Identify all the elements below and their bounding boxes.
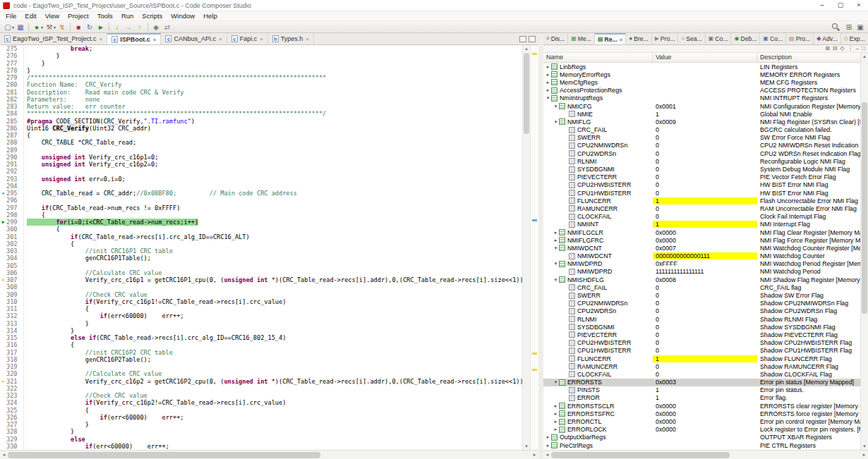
register-row[interactable]: CPU2HWBISTERR0HW BIST Error NMI Flag xyxy=(543,181,860,189)
register-row[interactable]: CPU2NMIWDRSn0CPU2 NMIWDRSn Reset Indicat… xyxy=(543,142,860,149)
line-number[interactable]: 321 xyxy=(6,378,24,385)
scroll-left-icon[interactable]: ◄ xyxy=(0,453,8,457)
menu-tools[interactable]: Tools xyxy=(93,12,117,20)
tab-advice[interactable]: ◆Adv... xyxy=(814,33,841,44)
line-number[interactable]: 318 xyxy=(6,356,24,363)
register-row[interactable]: FLUNCERR1Flash Uncorrectable Error NMI F… xyxy=(543,197,860,204)
register-row[interactable]: SWERR0Shadow SW Error Flag xyxy=(543,291,860,299)
code-text[interactable]: if(err<60000) err++; xyxy=(27,312,184,319)
link-editor-icon[interactable]: ⇄ xyxy=(162,22,172,32)
editor-horizontal-scrollbar[interactable]: ◄ ► xyxy=(0,450,538,459)
code-text[interactable]: //Check CRC value xyxy=(27,392,147,399)
code-text[interactable]: Return value: err counter xyxy=(27,103,126,110)
register-row[interactable]: CPU1HWBISTERR0Shadow CPU1HWBISTERR Flag xyxy=(543,347,860,355)
step-into-icon[interactable]: ↓ xyxy=(112,22,122,32)
line-number[interactable]: 285 xyxy=(6,118,24,125)
register-row[interactable]: ▸NMIFLGFRC0x0000NMI Flag Force Register … xyxy=(543,236,860,244)
code-text[interactable]: Verify_crc_c16p1 = getCRC16P1_cpu(0, (un… xyxy=(27,276,522,283)
line-number[interactable]: 323 xyxy=(6,392,24,399)
line-number[interactable]: 326 xyxy=(6,414,24,421)
register-row[interactable]: CPU2WDRSn0CPU2 WDRSn Reset Indication Fl… xyxy=(543,149,860,157)
register-row[interactable]: ▸AccessProtectionRegsACCESS PROTECTION R… xyxy=(543,87,860,94)
code-text[interactable]: //Calculate CRC value xyxy=(27,269,162,276)
tree-expand-icon[interactable]: ▸ xyxy=(553,230,559,235)
code-text[interactable]: } xyxy=(27,52,60,59)
scroll-up-icon[interactable]: ▲ xyxy=(523,45,530,52)
code-text[interactable]: Parameters: none xyxy=(27,96,100,103)
tab-console2[interactable]: ▣Co... xyxy=(760,33,786,44)
build-icon[interactable]: ⚒ xyxy=(44,22,54,32)
register-row[interactable]: ▸OutputXbarRegsOUTPUT XBAR Registers xyxy=(543,434,860,441)
line-number[interactable]: 278 xyxy=(6,67,24,74)
line-number[interactable]: 291 xyxy=(6,161,24,168)
line-number[interactable]: 295 xyxy=(6,190,24,197)
line-number[interactable]: 305 xyxy=(6,262,24,269)
line-number[interactable]: 327 xyxy=(6,421,24,428)
scroll-right-icon[interactable]: ► xyxy=(531,453,538,457)
menu-run[interactable]: Run xyxy=(117,12,138,20)
register-row[interactable]: NMIINT1NMI Interrupt Flag xyxy=(543,221,860,228)
pin-view-icon[interactable]: ◇ xyxy=(840,45,845,52)
register-row[interactable]: CPU2WDRSn0Shadow CPU2WDRSn Flag xyxy=(543,307,860,315)
collapse-all-icon[interactable]: ⊟ xyxy=(833,45,838,52)
tree-expand-icon[interactable]: ▸ xyxy=(553,427,559,432)
line-number[interactable]: 294 xyxy=(6,183,24,190)
dropdown-arrow-icon[interactable]: ▾ xyxy=(41,25,43,30)
code-text[interactable]: genCRC16P1Table(); xyxy=(27,255,151,262)
ruler-mark[interactable] xyxy=(532,369,537,371)
code-text[interactable]: //Check CRC value xyxy=(27,291,147,298)
register-row[interactable]: NMIWDPRD1111111111111111NMI Watchdog Per… xyxy=(543,268,860,276)
code-text[interactable]: if(Verify_crc_c16p2!=CRC_Table_read->rec… xyxy=(27,399,286,406)
register-row[interactable]: ▸MemoryErrorRegsMEMORY ERROR Registers xyxy=(543,71,860,78)
close-tab-icon[interactable]: × xyxy=(260,36,263,42)
tree-expand-icon[interactable]: ▸ xyxy=(553,403,559,409)
register-row[interactable]: ▸ERRORLOCK0x0000Lock register to Error p… xyxy=(543,426,860,434)
column-header-name[interactable]: Name xyxy=(543,53,653,62)
code-text[interactable]: } xyxy=(27,67,30,74)
register-row[interactable]: FLUNCERR1Shadow FLUNCERR Flag xyxy=(543,355,860,362)
step-return-icon[interactable]: ↑ xyxy=(135,22,145,32)
line-number[interactable]: 322 xyxy=(6,385,24,392)
restart-icon[interactable]: ↻ xyxy=(85,22,95,32)
tab-profile[interactable]: ▶Pro... xyxy=(652,33,679,44)
register-row[interactable]: CPU2HWBISTERR0Shadow CPU2HWBISTERR Flag xyxy=(543,339,860,347)
menu-help[interactable]: Help xyxy=(199,12,222,20)
editor-vertical-scrollbar[interactable]: ▲ ▼ xyxy=(522,45,530,450)
line-number[interactable]: 290 xyxy=(6,154,24,161)
code-text[interactable]: break; xyxy=(27,45,92,52)
line-number[interactable]: 280 xyxy=(6,81,24,88)
register-row[interactable]: CRC_FAIL0BGCRC calculation failed. xyxy=(543,126,860,134)
register-table-header[interactable]: Name Value Description xyxy=(543,53,860,63)
code-text[interactable]: Description: Read main code CRC & Verify xyxy=(27,89,183,96)
close-button[interactable]: × xyxy=(850,0,868,11)
line-number[interactable]: 287 xyxy=(6,132,24,139)
line-number[interactable]: 276 xyxy=(6,52,24,59)
tab-console[interactable]: ▣Co... xyxy=(706,33,732,44)
ruler-mark[interactable] xyxy=(532,53,537,55)
column-header-value[interactable]: Value xyxy=(653,53,757,62)
line-number[interactable]: 330 xyxy=(6,443,24,450)
register-row[interactable]: CLOCKFAIL0Clock Fail Interrupt Flag xyxy=(543,213,860,221)
tree-collapse-icon[interactable]: ▾ xyxy=(553,104,559,109)
line-number[interactable]: 306 xyxy=(6,269,24,276)
open-perspective-icon[interactable]: ⊞ xyxy=(844,22,854,32)
line-number[interactable]: 316 xyxy=(6,341,24,348)
tab-types-h[interactable]: hTypes.h× xyxy=(268,33,314,44)
tab-disassembly[interactable]: ≡Dis... xyxy=(543,33,568,44)
tree-expand-icon[interactable]: ▸ xyxy=(545,72,551,78)
close-tab-icon[interactable]: × xyxy=(620,37,623,43)
code-text[interactable]: //init CRC16P2 CRC table xyxy=(27,349,173,356)
tree-expand-icon[interactable]: ▸ xyxy=(545,64,551,70)
line-number[interactable]: 317 xyxy=(6,349,24,356)
maximize-button[interactable]: ▢ xyxy=(831,0,850,11)
line-number[interactable]: 325 xyxy=(6,407,24,414)
register-row[interactable]: ▸ERRORSTSFRC0x0000ERRORSTS force registe… xyxy=(543,410,860,417)
register-row[interactable]: CRC_FAIL0CRC_FAIL flag xyxy=(543,283,860,291)
line-number[interactable]: 319 xyxy=(6,363,24,370)
terminate-icon[interactable]: ■ xyxy=(73,22,83,32)
register-row[interactable]: ▸ERRORCTL0x0000Error pin control registe… xyxy=(543,417,860,425)
register-row[interactable]: ▸MemCfgRegsMEM CFG Registers xyxy=(543,78,860,86)
code-text[interactable]: } xyxy=(27,320,89,327)
tab-search[interactable]: ○Sea... xyxy=(678,33,705,44)
code-text[interactable]: Function Name: CRC_Verify xyxy=(27,81,122,88)
